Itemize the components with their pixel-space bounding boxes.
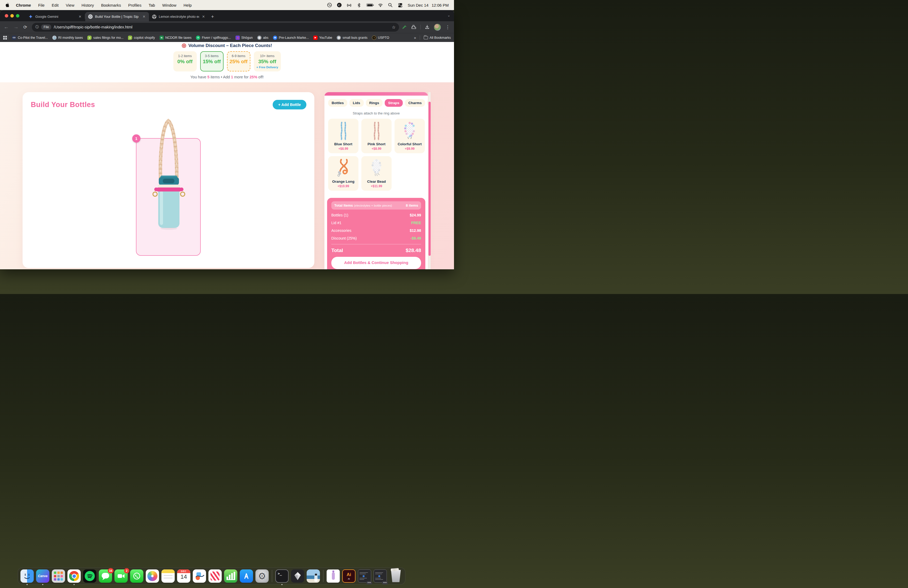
product-orange-long[interactable]: Orange Long +$10.99	[328, 156, 358, 191]
tier-3-5-items-selected[interactable]: 3-5 items 15% off	[200, 51, 224, 71]
eyedropper-extension-icon[interactable]	[402, 24, 407, 30]
extensions-puzzle-icon[interactable]	[411, 24, 416, 30]
menu-help[interactable]: Help	[184, 3, 192, 7]
menu-file[interactable]: File	[38, 3, 45, 7]
hotspot-icon[interactable]	[347, 3, 351, 7]
chrome-window: Google Gemini ✕ Build Your Bottle | Trop…	[0, 10, 454, 269]
menu-edit[interactable]: Edit	[52, 3, 59, 7]
menubar-c-app-icon[interactable]: C	[337, 3, 342, 7]
ncdor-favicon: N	[159, 35, 164, 40]
bottle-builder-card: Build Your Bottles + Add Bottle 1	[23, 92, 314, 268]
tier-10-plus-items[interactable]: 10+ items 35% off + Free Delivery	[254, 51, 281, 71]
bookmark-fiverr[interactable]: fiFiverr / spiffnuggs...	[196, 35, 231, 40]
ri-favicon: ⚓	[52, 35, 56, 40]
bookmark-shogun[interactable]: SShōgun	[235, 35, 253, 40]
menu-view[interactable]: View	[66, 3, 74, 7]
shopify-bag-icon: s	[128, 35, 132, 40]
cart-status-line: You have 5 items • Add 1 more for 25% of…	[0, 75, 454, 79]
close-tab-icon[interactable]: ✕	[78, 14, 82, 19]
bookmarks-overflow-icon[interactable]: »	[414, 35, 416, 40]
bookmark-ri-taxes[interactable]: ⚓RI monthly taxes	[52, 35, 83, 40]
battery-icon[interactable]	[366, 3, 373, 6]
product-colorful-short[interactable]: Colorful Short +$9.99	[394, 119, 425, 153]
menu-tab[interactable]: Tab	[149, 3, 155, 7]
total-items-count: 8 items	[406, 203, 418, 208]
tab-lids[interactable]: Lids	[349, 99, 364, 107]
totals-row-discount: Discount (25%)-$9.49	[331, 236, 421, 240]
apps-grid-icon[interactable]	[3, 36, 7, 40]
continue-shopping-button[interactable]: Add Bottles & Continue Shopping	[331, 257, 421, 269]
bookmark-youtube[interactable]: ▶YouTube	[313, 35, 332, 40]
folder-icon	[424, 36, 428, 39]
bookmark-copilot-shopify[interactable]: scopilot shopify	[128, 35, 155, 40]
product-blue-short[interactable]: Blue Short +$8.99	[328, 119, 358, 153]
bluetooth-icon[interactable]	[357, 3, 361, 7]
tab-search-chevron-icon[interactable]: ⌄	[448, 13, 450, 17]
page-content: Volume Discount – Each Piece Counts! 1-2…	[0, 42, 454, 269]
close-tab-icon[interactable]: ✕	[201, 14, 206, 19]
tier-6-9-items[interactable]: 6-9 items 25% off	[227, 51, 250, 71]
globe-icon: ⊕	[336, 35, 341, 40]
bookmark-prelaunch[interactable]: ≋Pre-Launch Marke...	[273, 35, 309, 40]
file-favicon	[88, 14, 93, 19]
tab-bottles[interactable]: Bottles	[328, 99, 347, 107]
bookmark-ncdor[interactable]: NNCDOR file taxes	[159, 35, 192, 40]
minimize-window-button[interactable]	[10, 14, 14, 18]
tab-extras[interactable]: Extras	[427, 99, 428, 107]
blue-short-strap-image	[329, 121, 357, 141]
address-bar[interactable]: ⓘ File /Users/spiff/tropic-sip/bottle-ma…	[32, 23, 399, 32]
window-controls	[5, 14, 19, 18]
totals-row-lid: Lid #1FREE	[331, 221, 421, 225]
grand-total-value: $28.48	[406, 248, 421, 253]
product-pink-short[interactable]: Pink Short +$8.99	[361, 119, 391, 153]
close-window-button[interactable]	[5, 14, 8, 18]
tab-charms[interactable]: Charms	[405, 99, 425, 107]
bookmark-abs[interactable]: ⊕abs	[257, 35, 269, 40]
tab-build-your-bottle[interactable]: Build Your Bottle | Tropic Sip ✕	[85, 12, 149, 21]
sidebar-scrollbar-thumb[interactable]	[428, 102, 431, 256]
bottle-slot-1[interactable]: 1	[136, 138, 201, 256]
file-scheme-chip: File	[41, 24, 51, 30]
svg-text:C: C	[338, 3, 340, 6]
menu-chrome[interactable]: Chrome	[16, 3, 31, 7]
reload-button[interactable]: ⟳	[23, 24, 27, 30]
tab-rings[interactable]: Rings	[366, 99, 383, 107]
apple-logo-icon[interactable]	[5, 3, 10, 7]
spotlight-search-icon[interactable]	[388, 3, 393, 7]
bookmarks-bar: COCo-Pilot the Travel... ⚓RI monthly tax…	[0, 33, 454, 42]
product-clear-bead[interactable]: Clear Bead +$11.99	[361, 156, 391, 191]
add-bottle-button[interactable]: + Add Bottle	[273, 100, 306, 110]
menu-bookmarks[interactable]: Bookmarks	[101, 3, 121, 7]
close-tab-icon[interactable]: ✕	[142, 14, 146, 19]
tab-google-gemini[interactable]: Google Gemini ✕	[26, 12, 85, 21]
back-button[interactable]: ←	[4, 24, 9, 30]
menu-profiles[interactable]: Profiles	[128, 3, 142, 7]
downloads-icon[interactable]	[425, 24, 430, 30]
wifi-icon[interactable]	[378, 3, 383, 7]
menubar-clock[interactable]: Sun Dec 14 12:06 PM	[407, 3, 449, 7]
bookmark-sales-filings[interactable]: ssales filings for mo...	[87, 35, 124, 40]
menu-history[interactable]: History	[82, 3, 94, 7]
bookmark-copilot-travel[interactable]: COCo-Pilot the Travel...	[12, 35, 48, 40]
tab-lemon-electrolyte[interactable]: Lemon electrolyte photo edit ✕	[149, 12, 208, 21]
free-delivery-note: + Free Delivery	[256, 66, 279, 69]
discount-title: Volume Discount – Each Piece Counts!	[182, 43, 272, 48]
creative-cloud-icon[interactable]	[327, 3, 332, 7]
bookmark-small-buis-grants[interactable]: ⊕small buis grants	[336, 35, 367, 40]
bookmark-uspto[interactable]: !USPTO	[372, 35, 389, 40]
profile-avatar[interactable]	[434, 24, 441, 31]
category-tabs: Bottles Lids Rings Straps Charms Extras	[324, 96, 428, 107]
all-bookmarks-button[interactable]: All Bookmarks	[424, 36, 451, 40]
maximize-window-button[interactable]	[16, 14, 19, 18]
url-text[interactable]: /Users/spiff/tropic-sip/bottle-making/in…	[54, 25, 132, 29]
kebab-menu-icon[interactable]: ⋮	[445, 24, 450, 30]
control-center-icon[interactable]	[398, 3, 402, 7]
copilot-favicon: CO	[12, 35, 16, 40]
tier-1-2-items[interactable]: 1-2 items 0% off	[173, 51, 197, 71]
new-tab-button[interactable]: +	[211, 14, 214, 20]
tab-straps-active[interactable]: Straps	[385, 99, 403, 107]
menu-window[interactable]: Window	[162, 3, 176, 7]
bookmark-star-icon[interactable]: ☆	[392, 25, 396, 30]
info-icon[interactable]: ⓘ	[35, 25, 39, 29]
forward-button[interactable]: →	[13, 24, 19, 30]
